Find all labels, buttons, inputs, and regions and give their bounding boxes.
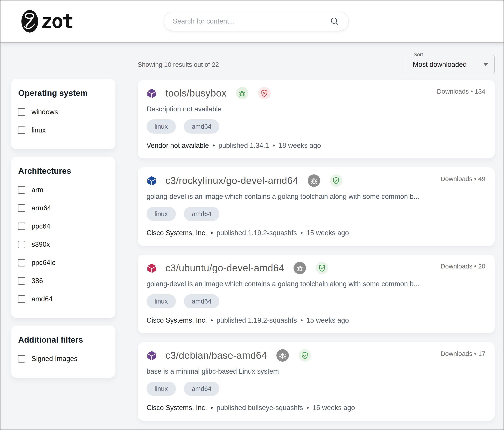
filter-option[interactable]: amd64 [18, 295, 109, 303]
filter-list: arm arm64 ppc64 s390x ppc64le 386 amd64 [18, 186, 109, 303]
signature-badge [316, 262, 328, 274]
filter-group-additional: Additional filters Signed Images [11, 325, 116, 378]
checkbox-icon[interactable] [18, 355, 25, 363]
filter-option-label[interactable]: linux [32, 126, 46, 134]
published-version: published bullseye-squashfs [216, 404, 303, 412]
downloads-value: 134 [475, 88, 485, 95]
zot-logo-icon [21, 10, 39, 33]
result-card[interactable]: c3/rockylinux/go-devel-amd64 Downloads •… [138, 167, 495, 246]
downloads-label: Downloads [441, 350, 472, 357]
bullet-separator: • [307, 404, 309, 412]
checkbox-icon[interactable] [18, 126, 25, 134]
filter-option-label[interactable]: ppc64le [32, 259, 56, 267]
last-updated: 18 weeks ago [279, 141, 321, 149]
result-card[interactable]: c3/ubuntu/go-devel-amd64 Downloads • 20 … [138, 255, 495, 333]
downloads-count: Downloads • 20 [441, 263, 485, 270]
shield-icon [260, 89, 269, 97]
filter-option-label[interactable]: arm64 [32, 204, 51, 212]
checkbox-icon[interactable] [18, 259, 25, 266]
repo-title[interactable]: c3/debian/base-amd64 [165, 350, 267, 361]
downloads-label: Downloads [441, 175, 472, 182]
downloads-value: 49 [478, 175, 485, 182]
status-badges [236, 87, 271, 99]
repo-meta: Vendor not available • published 1.34.1 … [146, 141, 485, 149]
repo-description: base is a minimal glibc-based Linux syst… [146, 368, 485, 375]
platform-chip: amd64 [184, 207, 220, 221]
package-cube-icon [146, 176, 157, 186]
filter-option[interactable]: linux [18, 126, 109, 134]
zot-logo-text: zot [41, 11, 73, 31]
sort-value: Most downloaded [413, 61, 467, 69]
chevron-down-icon [483, 63, 488, 66]
checkbox-icon[interactable] [18, 277, 25, 285]
checkbox-icon[interactable] [18, 295, 25, 303]
checkbox-icon[interactable] [18, 223, 25, 230]
signature-badge [330, 174, 342, 187]
downloads-value: 20 [478, 263, 485, 270]
filter-option-label[interactable]: ppc64 [32, 222, 50, 230]
result-card-header: c3/rockylinux/go-devel-amd64 Downloads •… [146, 174, 485, 187]
filter-option-label[interactable]: amd64 [32, 295, 53, 303]
filter-option-label[interactable]: 386 [32, 277, 43, 285]
filter-option[interactable]: ppc64 [18, 222, 109, 230]
repo-title[interactable]: c3/ubuntu/go-devel-amd64 [165, 263, 284, 273]
bullet-separator: • [474, 175, 477, 182]
platform-chip: linux [146, 119, 176, 134]
filter-option-label[interactable]: s390x [32, 240, 50, 248]
last-updated: 15 weeks ago [306, 316, 349, 325]
filter-list: Signed Images [18, 355, 109, 363]
vendor-name: Cisco Systems, Inc. [146, 229, 207, 237]
repo-description: golang-devel is an image which contains … [146, 280, 485, 288]
results-header: Showing 10 results out of 22 Sort Most d… [138, 55, 495, 74]
bug-icon [238, 89, 246, 97]
filter-group-title: Operating system [18, 88, 108, 98]
platform-chip: amd64 [184, 382, 220, 396]
search-input[interactable] [164, 12, 349, 31]
vulnerability-scan-badge [236, 87, 248, 99]
vulnerability-scan-badge [294, 262, 306, 274]
platform-chip: amd64 [184, 294, 220, 308]
downloads-label: Downloads [441, 263, 472, 270]
filter-option[interactable]: ppc64le [18, 259, 109, 267]
filters-sidebar: Operating system windows linux Architect… [11, 79, 116, 421]
status-badges [276, 349, 311, 362]
filter-option[interactable]: arm [18, 186, 109, 194]
downloads-count: Downloads • 49 [441, 175, 485, 183]
repo-description: golang-devel is an image which contains … [146, 193, 485, 201]
filter-list: windows linux [18, 108, 109, 134]
result-card-header: c3/debian/base-amd64 Downloads • 17 [146, 349, 485, 362]
result-card[interactable]: tools/busybox Downloads • 134 Descriptio… [138, 80, 495, 158]
sort-label: Sort [411, 52, 425, 58]
filter-option-label[interactable]: Signed Images [32, 355, 78, 363]
repo-title[interactable]: tools/busybox [165, 88, 227, 99]
results-list: tools/busybox Downloads • 134 Descriptio… [138, 80, 495, 421]
zot-logo[interactable]: zot [21, 10, 73, 33]
result-card-header: c3/ubuntu/go-devel-amd64 Downloads • 20 [146, 262, 485, 274]
checkbox-icon[interactable] [18, 241, 25, 248]
filter-option[interactable]: arm64 [18, 204, 109, 212]
platform-chips: linux amd64 [146, 207, 485, 221]
checkbox-icon[interactable] [18, 108, 25, 116]
platform-chips: linux amd64 [146, 382, 485, 396]
filter-option-label[interactable]: arm [32, 186, 43, 194]
result-card[interactable]: c3/debian/base-amd64 Downloads • 17 base… [138, 342, 495, 421]
search-bar [164, 12, 349, 31]
shield-icon [318, 264, 326, 272]
checkbox-icon[interactable] [18, 204, 25, 212]
repo-title[interactable]: c3/rockylinux/go-devel-amd64 [165, 175, 298, 186]
filter-group-os: Operating system windows linux [11, 79, 116, 149]
page-content: Operating system windows linux Architect… [0, 42, 504, 421]
repo-meta: Cisco Systems, Inc. • published 1.19.2-s… [146, 316, 485, 325]
filter-option-label[interactable]: windows [32, 108, 58, 116]
filter-option[interactable]: 386 [18, 277, 109, 285]
published-version: published 1.19.2-squashfs [216, 316, 297, 325]
search-icon[interactable] [330, 17, 339, 26]
last-updated: 15 weeks ago [312, 404, 355, 412]
status-badges [308, 174, 342, 187]
downloads-count: Downloads • 134 [437, 88, 485, 95]
filter-option[interactable]: Signed Images [18, 355, 109, 363]
checkbox-icon[interactable] [18, 186, 25, 194]
sort-select[interactable]: Sort Most downloaded [406, 55, 495, 74]
filter-option[interactable]: windows [18, 108, 109, 116]
filter-option[interactable]: s390x [18, 240, 109, 248]
